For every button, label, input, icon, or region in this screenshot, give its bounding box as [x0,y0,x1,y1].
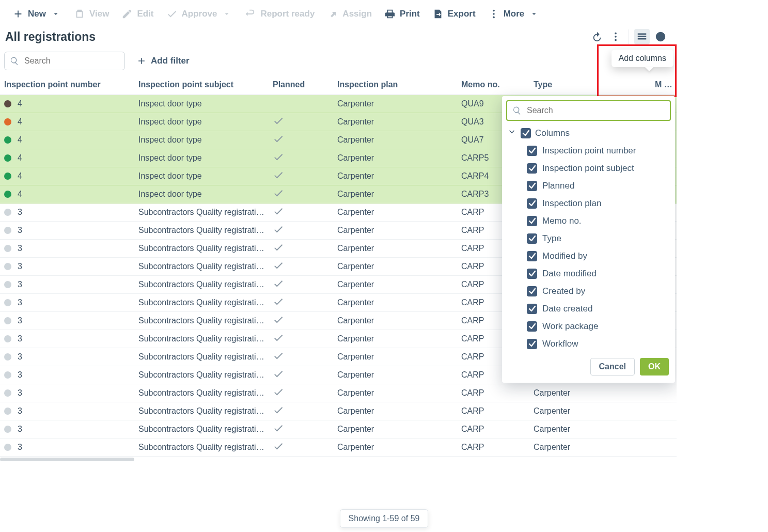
cell-planned [269,185,333,204]
cell-subject: Inspect door type [134,113,269,131]
table-row[interactable]: 3Subcontractors Quality registratio…Carp… [0,439,677,457]
column-option[interactable]: Date modified [506,265,669,283]
status-dot-icon [4,335,11,342]
report-ready-button[interactable]: Report ready [240,5,320,23]
col-header-number[interactable]: Inspection point number [0,75,134,95]
checkbox-icon[interactable] [527,286,537,296]
column-option-label: Inspection plan [542,198,601,209]
export-button[interactable]: Export [427,5,481,23]
cell-plan: Carpenter [333,131,457,149]
column-option[interactable]: Date created [506,300,669,318]
checkbox-icon[interactable] [527,181,537,191]
status-dot-icon [4,389,11,397]
status-dot-icon [4,136,11,144]
cell-subject: Subcontractors Quality registratio… [134,204,269,222]
table-row[interactable]: 3Subcontractors Quality registratio…Carp… [0,420,677,439]
status-dot-icon [4,227,11,234]
column-option[interactable]: Modified by [506,247,669,265]
add-filter-button[interactable]: Add filter [136,56,190,66]
scrollbar-thumb[interactable] [0,458,134,461]
column-option[interactable]: Type [506,230,669,247]
column-option[interactable]: Inspection plan [506,195,669,212]
column-option[interactable]: Work package [506,318,669,335]
column-option-label: Inspection point number [542,146,636,156]
new-button[interactable]: New [7,5,67,23]
cell-number: 3 [0,294,134,312]
status-dot-icon [4,245,11,252]
cell-subject: Subcontractors Quality registratio… [134,384,269,402]
refresh-button[interactable] [589,29,605,44]
cell-number: 3 [0,258,134,276]
cell-modified [651,384,677,402]
cell-subject: Subcontractors Quality registratio… [134,294,269,312]
col-header-modified[interactable]: M [651,75,677,95]
print-button[interactable]: Print [379,5,425,23]
cell-memo: CARP [457,402,529,420]
cell-plan: Carpenter [333,113,457,131]
cell-number: 4 [0,185,134,204]
cell-planned [269,258,333,276]
checkbox-icon[interactable] [527,251,537,261]
cell-memo: CARP [457,439,529,457]
col-header-planned[interactable]: Planned [269,75,333,95]
col-header-plan[interactable]: Inspection plan [333,75,457,95]
column-option[interactable]: Inspection point number [506,142,669,160]
approve-button[interactable]: Approve [161,5,238,23]
cell-number: 4 [0,131,134,149]
search-input[interactable] [23,56,129,66]
status-dot-icon [4,371,11,379]
list-view-button[interactable] [634,29,650,44]
table-row[interactable]: 3Subcontractors Quality registratio…Carp… [0,384,677,402]
cell-plan: Carpenter [333,185,457,204]
cancel-button[interactable]: Cancel [590,358,635,375]
col-header-memo[interactable]: Memo no. [457,75,529,95]
column-option[interactable]: Inspection point subject [506,160,669,177]
checkbox-icon[interactable] [527,339,537,349]
ok-button[interactable]: OK [640,358,669,375]
column-option[interactable]: Memo no. [506,212,669,230]
horizontal-scrollbar[interactable] [0,458,677,463]
overflow-button[interactable] [608,29,623,44]
col-header-type[interactable]: Type [529,75,651,95]
table-row[interactable]: 3Subcontractors Quality registratio…Carp… [0,402,677,420]
check-icon [273,192,284,200]
check-icon [273,354,284,363]
column-option[interactable]: Planned [506,177,669,195]
tooltip-label: Add columns [619,54,667,62]
col-header-subject[interactable]: Inspection point subject [134,75,269,95]
column-picker-search[interactable] [506,100,671,121]
checkbox-icon[interactable] [527,269,537,279]
search-box[interactable] [4,52,125,70]
column-option[interactable]: Workflow [506,335,669,353]
checkbox-icon[interactable] [527,198,537,209]
cell-number: 3 [0,366,134,384]
add-column-button[interactable] [667,80,677,89]
assign-button[interactable]: Assign [322,5,377,23]
more-button[interactable]: More [483,5,545,23]
cell-planned [269,131,333,149]
column-picker-search-input[interactable] [526,105,665,116]
edit-button[interactable]: Edit [116,5,159,23]
cell-number: 3 [0,439,134,457]
checkbox-icon[interactable] [527,321,537,332]
cell-planned [269,402,333,420]
status-dot-icon [4,173,11,180]
view-button[interactable]: View [69,5,114,23]
checkbox-icon[interactable] [521,128,531,138]
report-ready-label: Report ready [260,9,315,19]
chart-view-button[interactable] [653,29,668,44]
checkbox-icon[interactable] [527,216,537,226]
status-dot-icon [4,444,11,451]
cell-subject: Subcontractors Quality registratio… [134,276,269,294]
column-option[interactable]: Created by [506,283,669,300]
edit-label: Edit [137,9,153,19]
cell-subject: Subcontractors Quality registratio… [134,348,269,366]
checkbox-icon[interactable] [527,233,537,244]
column-option-label: Planned [542,181,574,191]
checkbox-icon[interactable] [527,304,537,314]
status-dot-icon [4,191,11,198]
checkbox-icon[interactable] [527,163,537,174]
checkbox-icon[interactable] [527,146,537,156]
column-group-toggle[interactable]: Columns [506,125,669,142]
column-option-label: Type [542,233,561,244]
